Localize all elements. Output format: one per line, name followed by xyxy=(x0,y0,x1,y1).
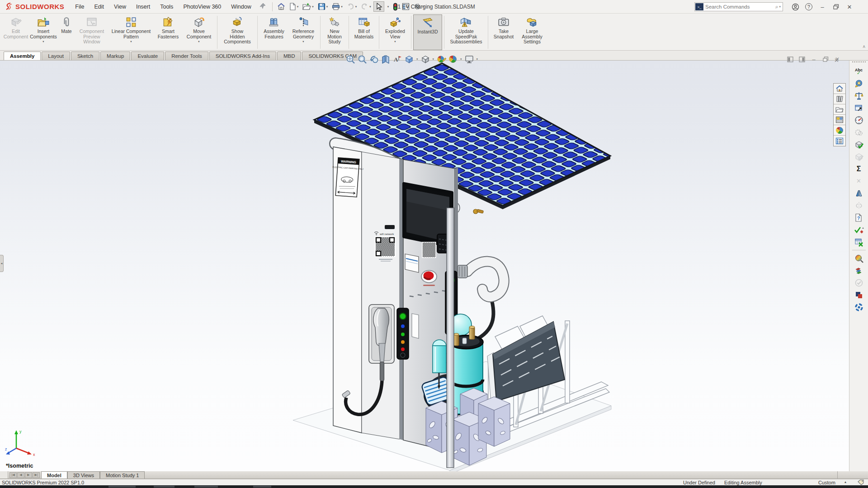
print-button[interactable]: ▾ xyxy=(330,1,344,12)
minimize-button[interactable]: – xyxy=(816,0,829,13)
smart-fasteners-button[interactable]: Smart Fasteners xyxy=(154,14,183,50)
tab-markup[interactable]: Markup xyxy=(100,52,130,60)
exploded-view-button[interactable]: Exploded View ▾ xyxy=(381,14,409,50)
redo-dropdown[interactable]: ▾ xyxy=(369,5,371,9)
tab-nav-last[interactable]: ▶| xyxy=(33,472,40,478)
tab-evaluate[interactable]: Evaluate xyxy=(131,52,164,60)
search-dropdown[interactable]: ▾ xyxy=(779,5,781,9)
large-assembly-settings-button[interactable]: Large Assembly Settings xyxy=(517,14,547,50)
select-tool-button[interactable] xyxy=(373,1,384,12)
check-inactive-icon[interactable] xyxy=(854,151,864,162)
pane-right-button[interactable] xyxy=(797,55,807,63)
appearance-layers-icon[interactable] xyxy=(854,265,864,276)
menu-file[interactable]: File xyxy=(71,2,89,12)
delete-table-icon[interactable] xyxy=(854,237,864,248)
show-hidden-components-button[interactable]: Show Hidden Components xyxy=(219,14,255,50)
account-button[interactable] xyxy=(788,0,802,13)
performance-evaluation-icon[interactable] xyxy=(854,115,864,126)
disabled-tool-icon[interactable]: ✕ xyxy=(854,176,864,187)
view-settings-dropdown[interactable]: ▾ xyxy=(476,57,478,61)
undo-dropdown[interactable]: ▾ xyxy=(355,5,357,9)
doc-restore-button[interactable] xyxy=(821,55,830,63)
view-settings-icon[interactable] xyxy=(464,54,474,64)
sensor-icon[interactable] xyxy=(854,103,864,113)
zoom-to-fit-icon[interactable] xyxy=(345,54,355,64)
open-dropdown[interactable]: ▾ xyxy=(312,5,314,9)
print-dropdown[interactable]: ▾ xyxy=(341,5,343,9)
tab-nav-prev[interactable]: ◀ xyxy=(17,472,24,478)
tab-assembly[interactable]: Assembly xyxy=(4,52,41,60)
compare-documents-icon[interactable] xyxy=(854,290,864,300)
ribbon-collapse-chevron[interactable]: ˄ xyxy=(863,44,865,49)
graphics-area[interactable]: WARNING ELECTRIC CAR PARKING ONLY wifi n… xyxy=(0,61,868,471)
tab-mbd[interactable]: MBD xyxy=(277,52,302,60)
restore-button[interactable] xyxy=(829,0,843,13)
redo-button[interactable]: ▾ xyxy=(359,2,373,11)
tab-layout[interactable]: Layout xyxy=(42,52,70,60)
menu-window[interactable]: Window xyxy=(226,2,255,12)
apply-scene-dropdown[interactable]: ▾ xyxy=(460,57,462,61)
linear-component-pattern-button[interactable]: Linear Component Pattern ▾ xyxy=(108,14,154,50)
tab-sketch[interactable]: Sketch xyxy=(71,52,99,60)
display-style-dropdown[interactable]: ▾ xyxy=(433,57,434,61)
section-view-icon[interactable] xyxy=(381,54,391,64)
move-component-button[interactable]: Move Component ▾ xyxy=(183,14,215,50)
tab-solidworks-add-ins[interactable]: SOLIDWORKS Add-Ins xyxy=(209,52,276,60)
interference-detection-icon[interactable] xyxy=(854,127,864,138)
tab-motion-study-1[interactable]: Motion Study 1 xyxy=(100,471,145,479)
file-explorer-tab[interactable] xyxy=(834,104,845,115)
verification-icon[interactable] xyxy=(854,277,864,288)
menu-tools[interactable]: Tools xyxy=(156,2,178,12)
mate-button[interactable]: Mate xyxy=(58,14,75,50)
tab-3d-views[interactable]: 3D Views xyxy=(67,471,100,479)
edit-component-button[interactable]: Edit Component xyxy=(3,14,29,50)
display-style-icon[interactable] xyxy=(420,54,430,64)
new-document-button[interactable]: ▾ xyxy=(288,1,301,12)
led-control-panel-left[interactable] xyxy=(397,308,409,359)
zoom-to-area-icon[interactable] xyxy=(357,54,367,64)
component-preview-window-button[interactable]: Component Preview Window xyxy=(75,14,108,50)
custom-properties-tab[interactable] xyxy=(834,136,845,146)
spell-check-icon[interactable]: Abc✓ xyxy=(854,66,864,77)
equations-icon[interactable]: Σ xyxy=(854,164,864,174)
new-document-dropdown[interactable]: ▾ xyxy=(297,5,299,9)
reference-geometry-button[interactable]: Reference Geometry ▾ xyxy=(288,14,318,50)
view-orientation-icon[interactable] xyxy=(404,54,414,64)
doc-close-button[interactable]: ✕ xyxy=(833,55,842,63)
view-orientation-dropdown[interactable]: ▾ xyxy=(416,57,418,61)
home-button[interactable] xyxy=(275,1,287,12)
tab-render-tools[interactable]: Render Tools xyxy=(165,52,208,60)
instant3d-button[interactable]: Instant3D xyxy=(413,14,442,50)
take-snapshot-button[interactable]: Take Snapshot xyxy=(490,14,517,50)
search-commands-box[interactable]: >_ ⌕ ▾ xyxy=(694,2,783,11)
task-pane-drag-handle[interactable] xyxy=(852,61,866,63)
pane-left-button[interactable] xyxy=(786,55,795,63)
hide-show-annotations-icon[interactable]: A xyxy=(392,54,402,64)
feature-tree-splitter[interactable]: ◂ xyxy=(0,255,4,272)
appearances-scenes-tab[interactable] xyxy=(834,125,845,136)
solidworks-resources-tab[interactable] xyxy=(834,84,845,94)
search-input[interactable] xyxy=(705,4,775,9)
search-icon[interactable]: ⌕ xyxy=(775,4,778,10)
units-selector[interactable]: Custom xyxy=(818,480,835,485)
mass-properties-icon[interactable] xyxy=(854,90,864,101)
insert-components-dropdown[interactable]: ▾ xyxy=(42,40,44,43)
doc-minimize-button[interactable]: – xyxy=(809,55,818,63)
help-button[interactable]: ? xyxy=(802,0,816,13)
open-button[interactable]: ▾ xyxy=(301,1,316,12)
ev-charging-station-model[interactable]: WARNING ELECTRIC CAR PARKING ONLY wifi n… xyxy=(253,61,615,471)
assembly-visualization-icon[interactable] xyxy=(854,253,864,264)
previous-view-icon[interactable] xyxy=(369,54,379,64)
menu-edit[interactable]: Edit xyxy=(90,2,109,12)
menu-photoview-360[interactable]: PhotoView 360 xyxy=(179,2,226,12)
units-dropdown-arrow[interactable]: ▴ xyxy=(844,480,846,484)
linear-pattern-dropdown[interactable]: ▾ xyxy=(130,40,132,43)
menu-insert[interactable]: Insert xyxy=(132,2,155,12)
tab-nav-first[interactable]: |◀ xyxy=(9,472,17,478)
new-motion-study-button[interactable]: New Motion Study xyxy=(322,14,347,50)
circular-references-icon[interactable] xyxy=(854,302,864,313)
edit-appearance-icon[interactable] xyxy=(436,54,446,64)
exploded-view-dropdown[interactable]: ▾ xyxy=(394,40,396,43)
view-palette-tab[interactable] xyxy=(834,115,845,125)
design-library-tab[interactable] xyxy=(834,94,845,104)
